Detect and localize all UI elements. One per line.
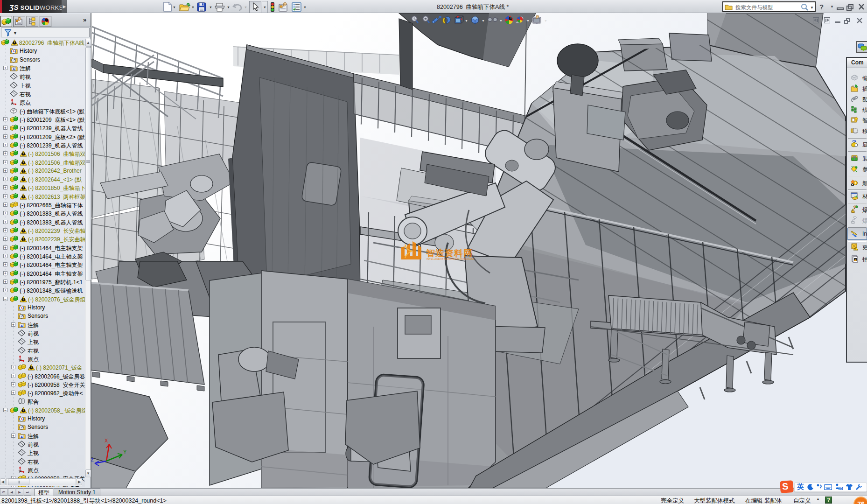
svg-text:Z: Z: [91, 457, 94, 463]
svg-text:A: A: [21, 323, 23, 328]
svg-text:A: A: [21, 434, 23, 439]
svg-text:智造资料网: 智造资料网: [426, 248, 473, 258]
svg-text:25: 25: [839, 487, 843, 490]
svg-text:X: X: [105, 438, 108, 443]
svg-text:INTELLIGENT MANUFACTURING DATA: INTELLIGENT MANUFACTURING DATA: [427, 258, 474, 260]
svg-text:A: A: [13, 67, 15, 71]
svg-text:Y: Y: [123, 449, 127, 455]
